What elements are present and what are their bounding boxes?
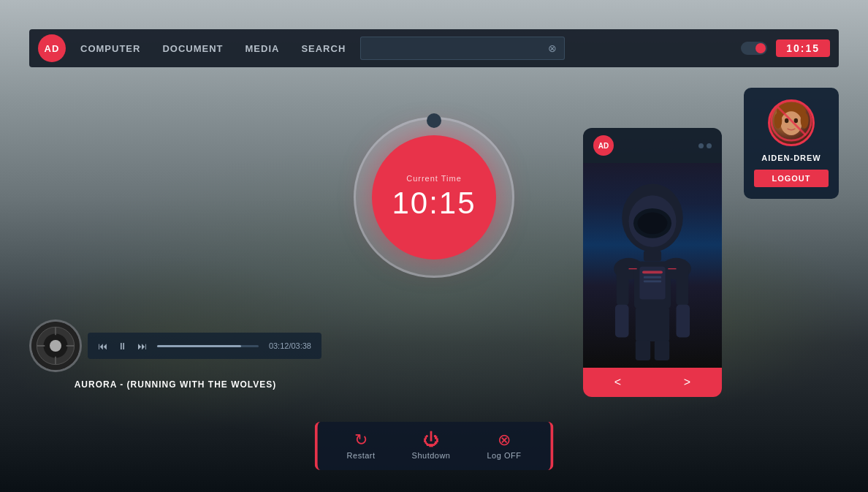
svg-point-32 bbox=[785, 118, 788, 123]
logo-text: AD bbox=[45, 43, 60, 54]
navbar-right: 10:15 bbox=[741, 39, 830, 57]
action-bar: ↻ Restart ⏻ Shutdown ⊗ Log OFF bbox=[315, 422, 554, 470]
svg-rect-23 bbox=[615, 305, 629, 338]
logo-button[interactable]: AD bbox=[38, 34, 66, 62]
phone-logo: AD bbox=[593, 135, 614, 156]
search-bar: ⊗ bbox=[360, 37, 565, 60]
clock-widget: Current Time 10:15 bbox=[354, 117, 514, 278]
clock-outer: Current Time 10:15 bbox=[354, 117, 514, 278]
progress-fill bbox=[157, 345, 241, 347]
svg-point-2 bbox=[44, 334, 68, 358]
player-bar: ⏮ ⏸ ⏭ 03:12/03:38 bbox=[88, 333, 321, 359]
action-restart[interactable]: ↻ Restart bbox=[347, 432, 376, 460]
forward-button[interactable]: ⏭ bbox=[137, 341, 147, 352]
phone-nav: < > bbox=[583, 368, 722, 397]
logout-button[interactable]: LOGOUT bbox=[754, 170, 829, 187]
phone-next-button[interactable]: > bbox=[652, 368, 722, 397]
svg-point-33 bbox=[794, 118, 798, 123]
time-display: 03:12/03:38 bbox=[269, 341, 311, 350]
player-controls: ⏮ ⏸ ⏭ 03:12/03:38 bbox=[29, 319, 321, 372]
time-badge: 10:15 bbox=[776, 39, 830, 57]
phone-dot-1 bbox=[698, 143, 704, 148]
svg-point-35 bbox=[801, 113, 809, 129]
shutdown-icon: ⏻ bbox=[423, 432, 439, 448]
phone-logo-text: AD bbox=[598, 142, 609, 150]
svg-rect-25 bbox=[636, 308, 669, 341]
music-player: ⏮ ⏸ ⏭ 03:12/03:38 AURORA - (RUNNING WITH… bbox=[29, 319, 321, 390]
nav-item-media[interactable]: MEDIA bbox=[245, 43, 280, 54]
logoff-label: Log OFF bbox=[487, 451, 522, 460]
svg-point-4 bbox=[53, 343, 58, 348]
user-avatar bbox=[768, 99, 815, 146]
nav-item-search[interactable]: SEARCH bbox=[301, 43, 346, 54]
search-clear-icon[interactable]: ⊗ bbox=[548, 42, 557, 54]
logoff-icon: ⊗ bbox=[498, 432, 511, 448]
nav-item-computer[interactable]: COMPUTER bbox=[80, 43, 140, 54]
svg-rect-26 bbox=[636, 340, 650, 360]
navbar: AD COMPUTER DOCUMENT MEDIA SEARCH ⊗ 10:1… bbox=[29, 29, 839, 67]
svg-rect-19 bbox=[644, 276, 661, 279]
svg-rect-27 bbox=[655, 340, 669, 360]
phone-image bbox=[583, 163, 722, 368]
album-art bbox=[29, 319, 82, 372]
svg-rect-20 bbox=[644, 280, 661, 282]
clock-dot bbox=[427, 113, 441, 128]
svg-rect-13 bbox=[644, 251, 661, 262]
svg-rect-21 bbox=[617, 265, 629, 306]
toggle-switch[interactable] bbox=[741, 42, 767, 55]
shutdown-label: Shutdown bbox=[412, 451, 451, 460]
svg-point-12 bbox=[638, 213, 668, 235]
clock-label: Current Time bbox=[406, 174, 462, 183]
phone-dots bbox=[698, 143, 712, 148]
svg-rect-18 bbox=[642, 270, 663, 273]
rewind-button[interactable]: ⏮ bbox=[98, 341, 107, 352]
phone-prev-button[interactable]: < bbox=[583, 368, 652, 397]
svg-rect-22 bbox=[677, 265, 689, 306]
nav-menu: COMPUTER DOCUMENT MEDIA SEARCH bbox=[80, 43, 346, 54]
pause-button[interactable]: ⏸ bbox=[118, 341, 127, 352]
user-name: AIDEN-DREW bbox=[761, 154, 821, 162]
svg-point-34 bbox=[774, 113, 782, 129]
clock-time: 10:15 bbox=[392, 186, 476, 221]
phone-header: AD bbox=[583, 128, 722, 163]
restart-icon: ↻ bbox=[354, 432, 368, 448]
svg-point-3 bbox=[50, 341, 61, 352]
svg-rect-24 bbox=[677, 305, 690, 338]
user-card: AIDEN-DREW LOGOUT bbox=[744, 88, 839, 199]
action-logoff[interactable]: ⊗ Log OFF bbox=[487, 432, 522, 460]
search-input[interactable] bbox=[368, 43, 548, 53]
svg-point-31 bbox=[781, 111, 802, 135]
action-shutdown[interactable]: ⏻ Shutdown bbox=[412, 432, 451, 460]
progress-bar[interactable] bbox=[157, 345, 259, 347]
track-title: AURORA - (RUNNING WITH THE WOLVES) bbox=[29, 379, 321, 390]
phone-dot-2 bbox=[707, 143, 712, 148]
nav-item-document[interactable]: DOCUMENT bbox=[162, 43, 223, 54]
clock-inner: Current Time 10:15 bbox=[372, 135, 496, 260]
phone-widget: AD bbox=[583, 128, 722, 397]
restart-label: Restart bbox=[347, 451, 376, 460]
